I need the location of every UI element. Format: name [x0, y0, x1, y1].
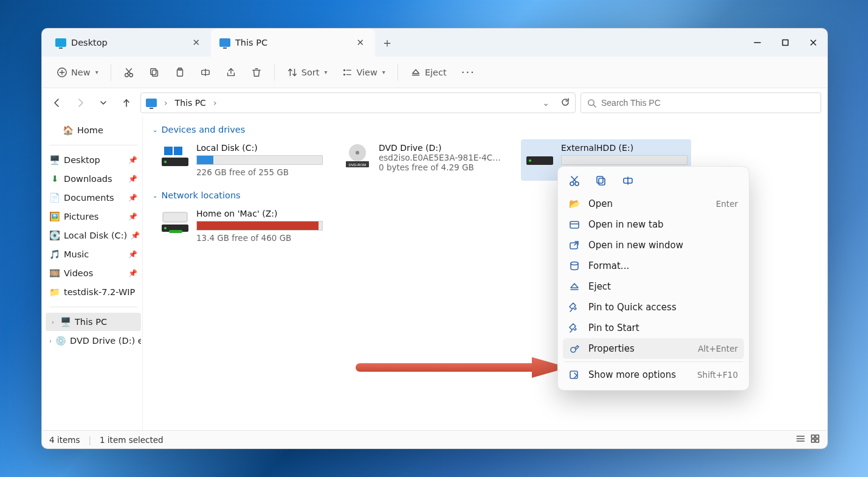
- ctx-open[interactable]: 📂 Open Enter: [563, 193, 744, 214]
- refresh-button[interactable]: [560, 97, 570, 109]
- drive-dvd-d[interactable]: DVD-ROM DVD Drive (D:) esd2iso.E0AE5E3A-…: [339, 139, 509, 181]
- ctx-open-new-tab[interactable]: Open in new tab: [563, 214, 744, 235]
- sidebar-item-home[interactable]: 🏠 Home: [59, 121, 141, 139]
- cut-icon[interactable]: [568, 174, 581, 187]
- close-button[interactable]: [799, 29, 827, 57]
- sidebar-item-this-pc[interactable]: ›🖥️This PC: [46, 313, 141, 331]
- ctx-open-new-window[interactable]: Open in new window: [563, 235, 744, 256]
- recent-button[interactable]: [94, 94, 112, 112]
- pin-icon: 📌: [128, 175, 137, 183]
- view-label: View: [356, 68, 377, 77]
- maximize-button[interactable]: [771, 29, 799, 57]
- drive-name: Local Disk (C:): [196, 143, 323, 153]
- svg-rect-52: [597, 176, 603, 183]
- window-controls: [743, 29, 827, 57]
- ctx-eject[interactable]: Eject: [563, 276, 744, 297]
- svg-point-27: [164, 161, 167, 163]
- svg-line-61: [570, 310, 572, 312]
- eject-label: Eject: [425, 68, 447, 77]
- copy-button[interactable]: [143, 63, 166, 82]
- svg-point-47: [570, 182, 574, 186]
- sidebar-item-label: Home: [77, 125, 103, 135]
- more-button[interactable]: ···: [455, 62, 481, 82]
- home-icon: 🏠: [63, 125, 74, 136]
- svg-rect-11: [152, 70, 157, 76]
- sidebar-item-label: Pictures: [64, 212, 98, 221]
- sidebar-item-documents[interactable]: 📄Documents📌: [46, 189, 141, 207]
- sidebar-item-label: Downloads: [64, 174, 112, 184]
- properties-icon: [569, 343, 580, 354]
- svg-point-59: [571, 262, 578, 265]
- eject-button[interactable]: Eject: [404, 63, 453, 82]
- cut-button[interactable]: [117, 63, 140, 82]
- this-pc-icon: [146, 99, 157, 107]
- search-input[interactable]: [601, 98, 815, 108]
- chevron-right-icon[interactable]: ›: [49, 319, 57, 326]
- svg-point-7: [125, 73, 128, 76]
- file-explorer-window: Desktop ✕ This PC ✕ ＋ New ▾: [41, 28, 828, 449]
- drive-free-text: 13.4 GB free of 460 GB: [196, 233, 323, 243]
- sidebar-item-testdisk[interactable]: 📁testdisk-7.2-WIP: [46, 283, 141, 301]
- tab-desktop[interactable]: Desktop ✕: [47, 29, 211, 57]
- sidebar-item-dvd-drive[interactable]: ›💿DVD Drive (D:) esd2iso: [46, 332, 141, 350]
- ctx-pin-start[interactable]: Pin to Start: [563, 318, 744, 338]
- folder-open-icon: 📂: [569, 198, 580, 209]
- chevron-right-icon[interactable]: ›: [49, 338, 52, 344]
- breadcrumb-this-pc[interactable]: This PC: [175, 98, 206, 108]
- section-devices[interactable]: ⌄ Devices and drives: [149, 122, 821, 137]
- delete-button[interactable]: [245, 63, 268, 82]
- sidebar-item-videos[interactable]: 🎞️Videos📌: [46, 264, 141, 282]
- close-tab-icon[interactable]: ✕: [354, 35, 367, 50]
- drive-local-c[interactable]: Local Disk (C:) 226 GB free of 255 GB: [156, 139, 326, 181]
- tiles-view-button[interactable]: [810, 434, 820, 445]
- chevron-down-icon[interactable]: ⌄: [542, 98, 549, 108]
- ctx-pin-quick-access[interactable]: Pin to Quick access: [563, 297, 744, 318]
- drive-network-z[interactable]: Home on 'Mac' (Z:) 13.4 GB free of 460 G…: [156, 205, 326, 246]
- share-button[interactable]: [219, 63, 243, 82]
- drive-free-text: 0 bytes free of 4.29 GB: [379, 162, 505, 172]
- forward-button[interactable]: [71, 94, 89, 112]
- ctx-label: Open: [588, 198, 613, 209]
- new-tab-button[interactable]: ＋: [375, 29, 399, 57]
- sidebar-item-downloads[interactable]: ⬇Downloads📌: [46, 170, 141, 188]
- up-button[interactable]: [117, 94, 136, 112]
- rename-icon[interactable]: [621, 174, 635, 187]
- section-label: Network locations: [161, 190, 240, 200]
- ctx-properties[interactable]: Properties Alt+Enter: [563, 338, 744, 359]
- ctx-label: Properties: [588, 343, 635, 354]
- ctx-show-more[interactable]: Show more options Shift+F10: [563, 364, 744, 385]
- sidebar-item-music[interactable]: 🎵Music📌: [46, 245, 141, 263]
- view-button[interactable]: View ▾: [336, 63, 391, 82]
- sidebar-item-local-disk[interactable]: 💽Local Disk (C:)📌: [46, 226, 141, 245]
- close-tab-icon[interactable]: ✕: [190, 35, 202, 50]
- address-bar-row: › This PC › ⌄: [42, 88, 827, 117]
- minimize-button[interactable]: [743, 29, 771, 57]
- rename-button[interactable]: [194, 63, 217, 82]
- sort-button[interactable]: Sort ▾: [281, 63, 334, 82]
- paste-button[interactable]: [168, 63, 191, 82]
- address-bar[interactable]: › This PC › ⌄: [140, 92, 576, 113]
- pin-icon: 📌: [128, 269, 137, 277]
- ctx-label: Open in new tab: [588, 219, 664, 230]
- details-view-button[interactable]: [796, 434, 805, 445]
- drive-subtitle: esd2iso.E0AE5E3A-981E-4C7E-83...: [379, 153, 505, 162]
- dvd-icon: 💿: [55, 335, 66, 346]
- sidebar-item-desktop[interactable]: 🖥️Desktop📌: [46, 151, 141, 169]
- toolbar: New ▾ Sort ▾ View ▾ Eject ···: [42, 57, 827, 88]
- tab-this-pc[interactable]: This PC ✕: [211, 29, 375, 57]
- sidebar-item-label: This PC: [75, 317, 107, 327]
- sidebar-item-pictures[interactable]: 🖼️Pictures📌: [46, 207, 141, 226]
- svg-text:DVD-ROM: DVD-ROM: [349, 163, 367, 167]
- status-bar: 4 items | 1 item selected: [42, 430, 827, 448]
- new-button[interactable]: New ▾: [50, 63, 105, 82]
- drive-icon: [525, 143, 555, 170]
- copy-icon[interactable]: [594, 174, 608, 187]
- svg-rect-45: [811, 439, 815, 442]
- search-box[interactable]: [580, 92, 821, 113]
- status-item-count: 4 items: [49, 435, 80, 445]
- ctx-format[interactable]: Format...: [563, 256, 744, 276]
- breadcrumb-separator: ›: [213, 98, 217, 108]
- back-button[interactable]: [48, 94, 66, 112]
- more-options-icon: [569, 369, 580, 380]
- svg-rect-51: [599, 178, 605, 185]
